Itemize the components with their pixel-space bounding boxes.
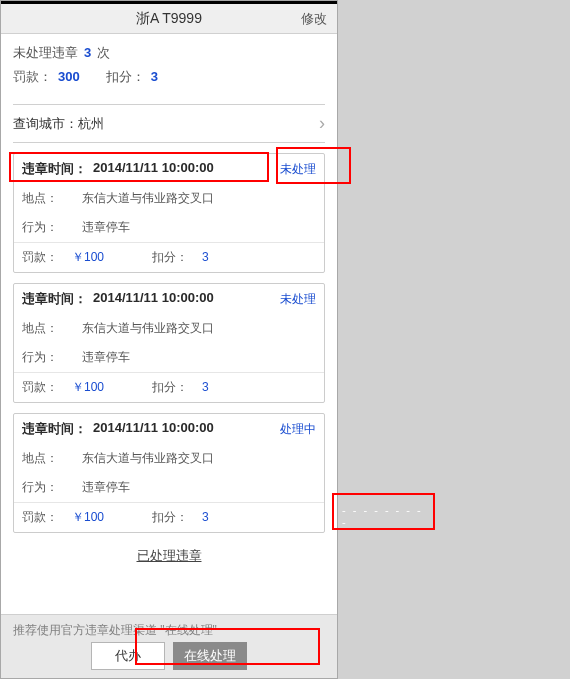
behavior-label: 行为：	[22, 349, 82, 366]
violation-card[interactable]: 违章时间： 2014/11/11 10:00:00 未处理 地点： 东信大道与伟…	[13, 283, 325, 403]
agent-button[interactable]: 代办	[91, 642, 165, 670]
bottom-tip: 推荐使用官方违章处理渠道 "在线处理"	[1, 615, 337, 642]
time-label: 违章时间：	[22, 160, 87, 178]
chevron-right-icon: ›	[319, 113, 325, 134]
fine-value: ￥100	[72, 379, 104, 396]
time-value: 2014/11/11 10:00:00	[93, 420, 214, 438]
location-label: 地点：	[22, 190, 82, 207]
bottom-bar: 推荐使用官方违章处理渠道 "在线处理" 代办 在线处理	[1, 614, 337, 678]
summary-section: 未处理违章 3 次 罚款： 300 扣分： 3	[1, 34, 337, 98]
time-label: 违章时间：	[22, 290, 87, 308]
status-badge: 处理中	[280, 421, 316, 438]
annotation-box: - - - - - - - - -	[332, 493, 435, 530]
violation-list: 违章时间： 2014/11/11 10:00:00 未处理 地点： 东信大道与伟…	[1, 143, 337, 577]
unprocessed-count: 3	[84, 45, 91, 60]
points-value: 3	[202, 510, 209, 524]
fine-label: 罚款：	[22, 379, 58, 396]
behavior-label: 行为：	[22, 479, 82, 496]
time-label: 违章时间：	[22, 420, 87, 438]
fine-value: ￥100	[72, 249, 104, 266]
city-text: 查询城市：杭州	[13, 115, 104, 133]
status-badge: 未处理	[280, 291, 316, 308]
points-label: 扣分：	[152, 249, 188, 266]
city-value: 杭州	[78, 116, 104, 131]
edit-button[interactable]: 修改	[301, 10, 327, 28]
total-fine-label: 罚款：	[13, 68, 52, 86]
processed-violations-link[interactable]: 已处理违章	[13, 543, 325, 577]
behavior-value: 违章停车	[82, 479, 130, 496]
fine-label: 罚款：	[22, 249, 58, 266]
location-value: 东信大道与伟业路交叉口	[82, 190, 214, 207]
total-points-value: 3	[151, 69, 158, 84]
time-value: 2014/11/11 10:00:00	[93, 290, 214, 308]
points-value: 3	[202, 380, 209, 394]
location-value: 东信大道与伟业路交叉口	[82, 450, 214, 467]
app-viewport: 浙A T9999 修改 未处理违章 3 次 罚款： 300 扣分： 3 查询城市…	[0, 0, 338, 679]
behavior-label: 行为：	[22, 219, 82, 236]
location-value: 东信大道与伟业路交叉口	[82, 320, 214, 337]
total-points-label: 扣分：	[106, 68, 145, 86]
behavior-value: 违章停车	[82, 219, 130, 236]
header-bar: 浙A T9999 修改	[1, 4, 337, 34]
count-unit: 次	[97, 44, 110, 62]
unprocessed-label: 未处理违章	[13, 44, 78, 62]
annotation-dashes: - - - - - - - - -	[342, 504, 433, 528]
query-city-row[interactable]: 查询城市：杭州 ›	[13, 104, 325, 143]
points-label: 扣分：	[152, 509, 188, 526]
location-label: 地点：	[22, 320, 82, 337]
violation-card[interactable]: 违章时间： 2014/11/11 10:00:00 处理中 地点： 东信大道与伟…	[13, 413, 325, 533]
location-label: 地点：	[22, 450, 82, 467]
behavior-value: 违章停车	[82, 349, 130, 366]
violation-card[interactable]: 违章时间： 2014/11/11 10:00:00 未处理 地点： 东信大道与伟…	[13, 153, 325, 273]
points-value: 3	[202, 250, 209, 264]
status-badge: 未处理	[280, 161, 316, 178]
online-process-button[interactable]: 在线处理	[173, 642, 247, 670]
header-title: 浙A T9999	[136, 10, 202, 28]
city-label: 查询城市：	[13, 116, 78, 131]
time-value: 2014/11/11 10:00:00	[93, 160, 214, 178]
fine-value: ￥100	[72, 509, 104, 526]
button-row: 代办 在线处理	[1, 642, 337, 670]
fine-label: 罚款：	[22, 509, 58, 526]
points-label: 扣分：	[152, 379, 188, 396]
total-fine-value: 300	[58, 69, 80, 84]
